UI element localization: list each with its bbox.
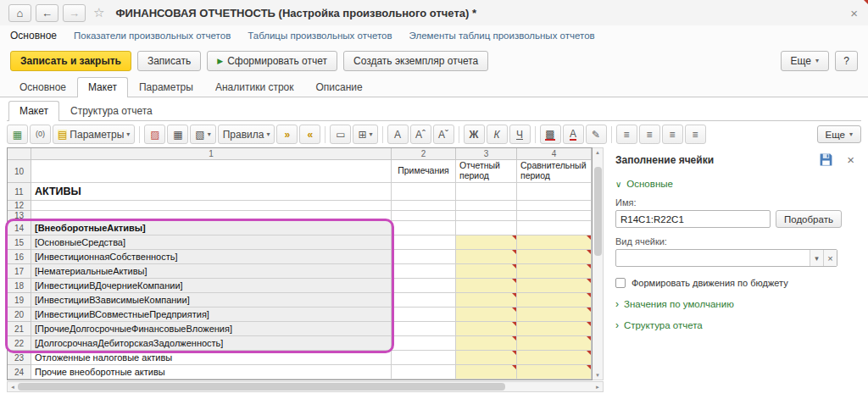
scroll-up-icon[interactable]: ▲	[595, 150, 600, 155]
cell[interactable]	[456, 336, 517, 351]
nav-link-report-tables[interactable]: Таблицы произвольных отчетов	[248, 30, 392, 41]
align-right-button[interactable]: ≡	[662, 125, 683, 144]
cell[interactable]	[392, 264, 456, 279]
cell[interactable]	[456, 183, 517, 201]
cell[interactable]: [ИнвестицииВДочерниеКомпании]	[31, 279, 392, 293]
cell[interactable]: Отложенные налоговые активы	[31, 351, 392, 365]
cell[interactable]	[456, 201, 517, 211]
cell[interactable]	[456, 211, 517, 221]
window-close-icon[interactable]: ×	[849, 6, 860, 20]
cell[interactable]: [ИнвестицииВЗависимыеКомпании]	[31, 293, 392, 308]
cell[interactable]: Прочие внеоборотные активы	[31, 365, 392, 380]
column-header-3[interactable]: 3	[456, 148, 517, 160]
row-number[interactable]: 24	[8, 365, 31, 380]
cell[interactable]: Отчетный период	[456, 160, 517, 183]
cell[interactable]: [ИнвестиционнаяСобственность]	[31, 250, 392, 264]
table-button[interactable]: ▦	[167, 125, 188, 144]
horizontal-scroll-thumb[interactable]	[18, 383, 505, 391]
defaults-section-link[interactable]: › Значения по умолчанию	[615, 299, 858, 309]
cell[interactable]	[31, 201, 392, 211]
cell[interactable]: АКТИВЫ	[31, 183, 392, 201]
cell[interactable]	[456, 221, 517, 235]
cell[interactable]	[392, 235, 456, 250]
cell-kind-combo[interactable]: ▾ ×	[615, 249, 837, 267]
cell[interactable]	[517, 235, 592, 250]
cell[interactable]	[392, 293, 456, 308]
row-number[interactable]: 16	[8, 250, 31, 264]
parameters-dropdown-button[interactable]: ▤ Параметры ▾	[53, 125, 135, 144]
generate-report-button[interactable]: ▶ Сформировать отчет	[207, 51, 337, 71]
cell[interactable]	[517, 279, 592, 293]
fill-color-button[interactable]: ▩	[540, 125, 561, 144]
cell[interactable]	[517, 201, 592, 211]
nav-item-main[interactable]: Основное	[10, 30, 57, 42]
cell[interactable]	[392, 365, 456, 380]
cell[interactable]	[392, 336, 456, 351]
cell[interactable]: [НематериальныеАктивы]	[31, 264, 392, 279]
cell[interactable]	[456, 293, 517, 308]
nav-link-table-elements[interactable]: Элементы таблиц произвольных отчетов	[409, 30, 595, 41]
cell[interactable]	[392, 183, 456, 201]
cell[interactable]	[456, 322, 517, 336]
row-number[interactable]: 13	[8, 211, 31, 221]
cell[interactable]	[392, 201, 456, 211]
font-color-button[interactable]: А	[563, 125, 584, 144]
cell[interactable]	[31, 160, 392, 183]
align-left-button[interactable]: ≡	[616, 125, 637, 144]
row-number[interactable]: 23	[8, 351, 31, 365]
cell[interactable]	[456, 365, 517, 380]
cell[interactable]	[392, 221, 456, 235]
column-header-2[interactable]: 2	[392, 148, 456, 160]
cell[interactable]	[392, 279, 456, 293]
cell[interactable]	[517, 322, 592, 336]
favorite-star-icon[interactable]: ☆	[93, 5, 104, 20]
save-layout-button[interactable]: ▦	[7, 125, 28, 144]
home-button[interactable]: ⌂	[8, 4, 31, 22]
row-number[interactable]: 14	[8, 221, 31, 235]
appearance-button[interactable]: ▨	[144, 125, 165, 144]
pick-button[interactable]: Подобрать	[776, 210, 842, 228]
names-display-button[interactable]: (0)	[30, 125, 51, 144]
panel-close-icon[interactable]: ×	[843, 152, 858, 167]
cell[interactable]	[392, 308, 456, 322]
panel-save-button[interactable]	[819, 152, 833, 167]
borders-dropdown-button[interactable]: ⊞ ▾	[353, 125, 377, 144]
toolbar-more-button[interactable]: Еще ▾	[817, 125, 861, 143]
expand-groups-button[interactable]: »	[276, 125, 298, 144]
font-button[interactable]: А	[387, 125, 409, 144]
cell[interactable]	[392, 351, 456, 365]
cell[interactable]	[517, 250, 592, 264]
cell[interactable]: Сравнительный период	[517, 160, 592, 183]
cell[interactable]: [ИнвестицииВСовместныеПредприятия]	[31, 308, 392, 322]
row-number[interactable]: 17	[8, 264, 31, 279]
scroll-down-icon[interactable]: ▼	[595, 373, 600, 378]
cell[interactable]	[456, 308, 517, 322]
horizontal-scrollbar[interactable]: ◄ ►	[7, 381, 604, 392]
row-number[interactable]: 22	[8, 336, 31, 351]
name-input[interactable]	[615, 210, 771, 228]
italic-button[interactable]: К	[487, 125, 508, 144]
align-center-button[interactable]: ≡	[639, 125, 660, 144]
scroll-right-icon[interactable]: ►	[595, 385, 600, 390]
cell[interactable]	[517, 336, 592, 351]
save-and-close-button[interactable]: Записать и закрыть	[10, 51, 131, 71]
cell[interactable]	[456, 250, 517, 264]
row-number[interactable]: 18	[8, 279, 31, 293]
cell[interactable]	[392, 211, 456, 221]
picture-dropdown-button[interactable]: ▧ ▾	[190, 125, 215, 144]
row-number[interactable]: 11	[8, 183, 31, 201]
scroll-left-icon[interactable]: ◄	[10, 385, 15, 390]
structure-section-link[interactable]: › Структура отчета	[615, 320, 858, 330]
row-number[interactable]: 10	[8, 160, 31, 183]
font-increase-button[interactable]: Аˆ	[410, 125, 431, 144]
cell[interactable]	[517, 211, 592, 221]
cell[interactable]	[456, 351, 517, 365]
cell[interactable]	[517, 365, 592, 380]
nav-link-report-indicators[interactable]: Показатели произвольных отчетов	[74, 30, 231, 41]
collapse-groups-button[interactable]: «	[299, 125, 320, 144]
underline-button[interactable]: Ч	[509, 125, 531, 144]
budget-checkbox-row[interactable]: Формировать движения по бюджету	[615, 278, 858, 288]
subtab-report-structure[interactable]: Структура отчета	[59, 101, 164, 121]
cell[interactable]	[517, 308, 592, 322]
section-main-toggle[interactable]: ∨ Основные	[615, 179, 858, 189]
